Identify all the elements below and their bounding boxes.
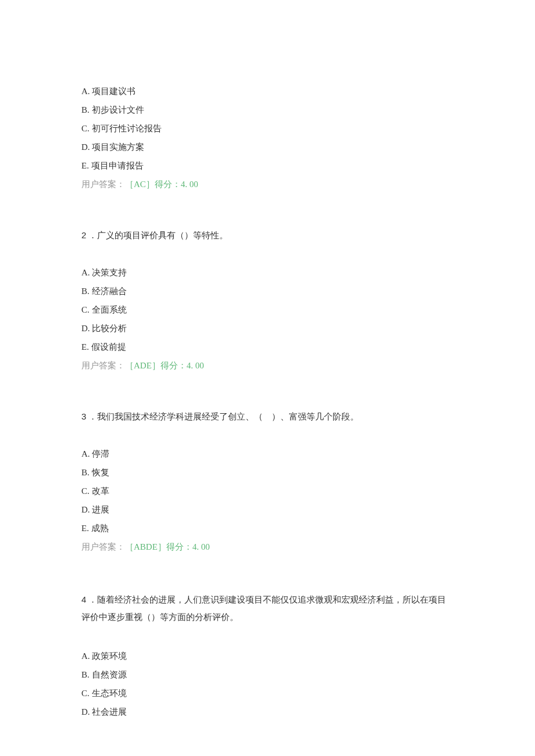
option-e: E. 项目申请报告 bbox=[81, 159, 454, 173]
option-d: D. 社会进展 bbox=[81, 705, 454, 719]
question-number: 2 bbox=[81, 230, 86, 240]
option-c: C. 改革 bbox=[81, 484, 454, 498]
option-d: D. 进展 bbox=[81, 503, 454, 517]
option-b: B. 经济融合 bbox=[81, 284, 454, 298]
user-answer: 用户答案：［ADE］得分：4. 00 bbox=[81, 359, 454, 372]
question-number: 4 bbox=[81, 594, 86, 604]
option-c: C. 全面系统 bbox=[81, 303, 454, 317]
question-text: ．广义的项目评价具有（）等特性。 bbox=[88, 231, 228, 240]
option-a: A. 决策支持 bbox=[81, 266, 454, 280]
question-stem: 3 ．我们我国技术经济学科进展经受了创立、（ ）、富强等几个阶段。 bbox=[81, 410, 454, 424]
answer-value: ［ABDE］得分：4. 00 bbox=[125, 542, 210, 551]
answer-value: ［ADE］得分：4. 00 bbox=[125, 361, 204, 370]
question-text: ．随着经济社会的进展，人们意识到建设项目不能仅仅追求微观和宏观经济利益，所以在项… bbox=[81, 595, 446, 622]
option-e: E. 成熟 bbox=[81, 521, 454, 535]
question-text: ．我们我国技术经济学科进展经受了创立、（ ）、富强等几个阶段。 bbox=[88, 412, 359, 421]
option-d: D. 项目实施方案 bbox=[81, 140, 454, 154]
answer-prefix: 用户答案： bbox=[81, 180, 125, 189]
option-b: B. 初步设计文件 bbox=[81, 103, 454, 117]
option-e: E. 假设前提 bbox=[81, 340, 454, 354]
question-stem: 4 ．随着经济社会的进展，人们意识到建设项目不能仅仅追求微观和宏观经济利益，所以… bbox=[81, 591, 454, 626]
option-c: C. 生态环境 bbox=[81, 686, 454, 700]
option-a: A. 项目建议书 bbox=[81, 84, 454, 98]
option-b: B. 恢复 bbox=[81, 465, 454, 479]
answer-prefix: 用户答案： bbox=[81, 361, 125, 370]
option-b: B. 自然资源 bbox=[81, 668, 454, 682]
question-number: 3 bbox=[81, 411, 86, 421]
option-a: A. 政策环境 bbox=[81, 649, 454, 663]
option-a: A. 停滞 bbox=[81, 447, 454, 461]
option-c: C. 初可行性讨论报告 bbox=[81, 121, 454, 135]
user-answer: 用户答案：［AC］得分：4. 00 bbox=[81, 177, 454, 191]
answer-value: ［AC］得分：4. 00 bbox=[125, 180, 198, 189]
question-stem: 2 ．广义的项目评价具有（）等特性。 bbox=[81, 228, 454, 242]
answer-prefix: 用户答案： bbox=[81, 542, 125, 551]
user-answer: 用户答案：［ABDE］得分：4. 00 bbox=[81, 540, 454, 554]
option-d: D. 比较分析 bbox=[81, 321, 454, 335]
